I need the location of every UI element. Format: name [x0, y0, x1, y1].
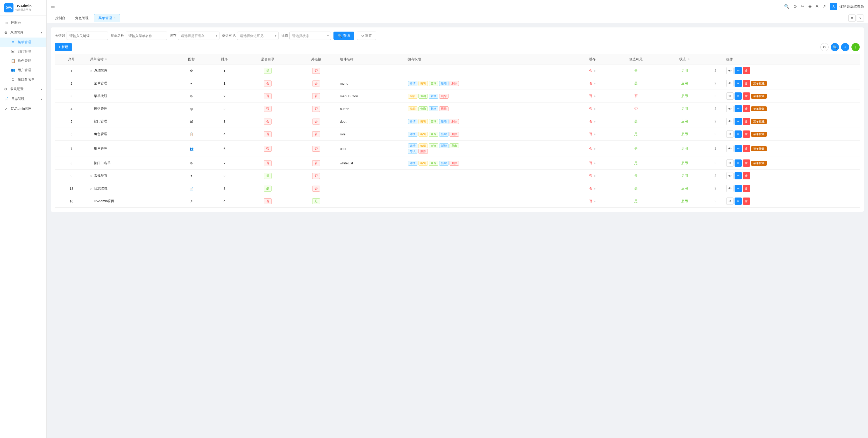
filter-sidebar: 侧边可见 请选择侧边可见 — [222, 32, 279, 40]
delete-button[interactable]: 🗑 — [743, 160, 750, 167]
delete-button[interactable]: 🗑 — [743, 172, 750, 179]
sidebar-item-whitelist[interactable]: ⊙ 接口白名单 — [0, 75, 46, 84]
edit-button[interactable]: ✏ — [735, 185, 742, 192]
view-button[interactable]: 👁 — [726, 172, 734, 179]
cell-num: 2 — [706, 157, 724, 170]
link-icon[interactable]: ↗ — [823, 4, 826, 9]
sidebar-item-dashboard[interactable]: ⊞ 控制台 — [0, 18, 46, 28]
sidebar-item-dept-mgmt[interactable]: 🏛 部门管理 — [0, 47, 46, 56]
refresh-button[interactable]: ↺ — [820, 43, 829, 51]
edit-button[interactable]: ✏ — [735, 145, 742, 152]
edit-button[interactable]: ✏ — [735, 198, 742, 205]
delete-button[interactable]: 🗑 — [743, 145, 750, 152]
delete-button[interactable]: 🗑 — [743, 67, 750, 74]
sidebar-select[interactable]: 请选择侧边可见 — [237, 32, 279, 40]
add-toolbar-button[interactable]: + — [841, 43, 849, 51]
edit-button[interactable]: ✏ — [735, 131, 742, 138]
search-toolbar-button[interactable]: 🔍 — [831, 43, 839, 51]
status-select[interactable]: 请选择状态 — [289, 32, 331, 40]
tab-menu-close-icon[interactable]: ✕ — [114, 16, 116, 20]
sidebar-item-menu-mgmt[interactable]: ≡ 菜单管理 — [0, 37, 46, 47]
table-row: 3 菜单按钮 ⊙ 2 否 否 menuButton 编辑查询新增删除 否 否 启… — [55, 90, 860, 102]
sidebar-item-system[interactable]: ⚙ 系统管理 ∧ — [0, 28, 46, 37]
action-buttons: 👁 ✏ 🗑 菜单按钮 — [726, 131, 858, 138]
edit-button[interactable]: ✏ — [735, 118, 742, 125]
edit-button[interactable]: ✏ — [735, 80, 742, 87]
tab-settings-button[interactable]: ⚙ — [848, 14, 856, 22]
menu-btn-tag[interactable]: 菜单按钮 — [751, 161, 767, 166]
table-row: 8 接口白名单 ⊙ 7 否 否 whiteList 详情编辑查询新增删除 否 是… — [55, 157, 860, 170]
edit-button[interactable]: ✏ — [735, 160, 742, 167]
delete-button[interactable]: 🗑 — [743, 185, 750, 192]
user-info[interactable]: A 你好 超级管理员 — [830, 3, 864, 10]
view-button[interactable]: 👁 — [726, 118, 734, 125]
menu-btn-tag[interactable]: 菜单按钮 — [751, 119, 767, 124]
expand-icon[interactable]: ▷ — [90, 174, 93, 177]
perm-tag: 新增 — [439, 161, 448, 166]
search-icon[interactable]: 🔍 — [784, 4, 789, 9]
menu-btn-tag[interactable]: 菜单按钮 — [751, 94, 767, 99]
edit-button[interactable]: ✏ — [735, 172, 742, 179]
delete-button[interactable]: 🗑 — [743, 198, 750, 205]
view-button[interactable]: 👁 — [726, 185, 734, 192]
view-button[interactable]: 👁 — [726, 93, 734, 100]
menu-btn-tag[interactable]: 菜单按钮 — [751, 146, 767, 151]
view-button[interactable]: 👁 — [726, 198, 734, 205]
cell-name: 菜单管理 — [88, 77, 175, 90]
view-button[interactable]: 👁 — [726, 145, 734, 152]
tab-dropdown-button[interactable]: ∨ — [857, 14, 864, 22]
menu-btn-tag[interactable]: 菜单按钮 — [751, 132, 767, 137]
status-sort-icon[interactable]: ⇅ — [688, 58, 690, 61]
cell-name: 按钮管理 — [88, 102, 175, 115]
menu-btn-tag[interactable]: 菜单按钮 — [751, 81, 767, 86]
view-button[interactable]: 👁 — [726, 80, 734, 87]
sidebar-item-config[interactable]: ⚙ 常规配置 ∨ — [0, 84, 46, 94]
perm-tag: 新增 — [429, 106, 438, 111]
action-buttons: 👁 ✏ 🗑 菜单按钮 — [726, 93, 858, 100]
font-icon[interactable]: A — [816, 4, 818, 9]
menu-btn-tag[interactable]: 菜单按钮 — [751, 106, 767, 111]
keyword-input[interactable] — [67, 32, 108, 40]
sidebar-label-dashboard: 控制台 — [11, 21, 21, 25]
target-icon[interactable]: ⊙ — [794, 4, 797, 9]
delete-button[interactable]: 🗑 — [743, 118, 750, 125]
view-button[interactable]: 👁 — [726, 105, 734, 112]
cache-dot — [594, 148, 595, 149]
edit-button[interactable]: ✏ — [735, 67, 742, 74]
perm-tag: 查询 — [418, 106, 428, 111]
view-button[interactable]: 👁 — [726, 131, 734, 138]
diamond-icon[interactable]: ◈ — [808, 4, 811, 9]
cell-cache: 否 — [576, 182, 609, 195]
add-button[interactable]: + 新增 — [55, 43, 72, 51]
reset-button[interactable]: ↺ 重置 — [357, 32, 376, 40]
search-button[interactable]: 🔍 查询 — [334, 32, 354, 40]
edit-button[interactable]: ✏ — [735, 105, 742, 112]
export-toolbar-button[interactable]: ↓ — [851, 43, 860, 51]
view-button[interactable]: 👁 — [726, 67, 734, 74]
scissor-icon[interactable]: ✂ — [801, 4, 804, 9]
delete-button[interactable]: 🗑 — [743, 105, 750, 112]
status-val: 启用 — [681, 161, 688, 165]
hamburger-button[interactable]: ☰ — [51, 4, 55, 9]
log-arrow-icon: ∨ — [40, 98, 42, 100]
cell-external: 是 — [294, 195, 338, 208]
view-button[interactable]: 👁 — [726, 160, 734, 167]
sidebar-item-role-mgmt[interactable]: 📋 角色管理 — [0, 56, 46, 66]
delete-button[interactable]: 🗑 — [743, 131, 750, 138]
sidebar-nav: ⊞ 控制台 ⚙ 系统管理 ∧ ≡ 菜单管理 🏛 部门管理 📋 角色管理 👥 用户… — [0, 16, 46, 438]
expand-icon[interactable]: ▷ — [90, 69, 93, 72]
cache-select[interactable]: 请选择是否缓存 — [178, 32, 219, 40]
sidebar-item-log[interactable]: 📄 日志管理 ∨ — [0, 94, 46, 104]
menu-name-input[interactable] — [126, 32, 167, 40]
sidebar-item-official[interactable]: ↗ DVAdmin官网 — [0, 104, 46, 114]
delete-button[interactable]: 🗑 — [743, 93, 750, 100]
name-sort-icon[interactable]: ⇅ — [105, 58, 107, 61]
tab-menu-mgmt[interactable]: 菜单管理 ✕ — [94, 14, 120, 22]
tab-dashboard[interactable]: 控制台 — [51, 14, 70, 22]
tab-role-mgmt[interactable]: 角色管理 — [71, 14, 93, 22]
edit-button[interactable]: ✏ — [735, 93, 742, 100]
cell-external: 否 — [294, 170, 338, 182]
sidebar-item-user-mgmt[interactable]: 👥 用户管理 — [0, 66, 46, 75]
expand-icon[interactable]: ▷ — [90, 187, 93, 190]
delete-button[interactable]: 🗑 — [743, 80, 750, 87]
